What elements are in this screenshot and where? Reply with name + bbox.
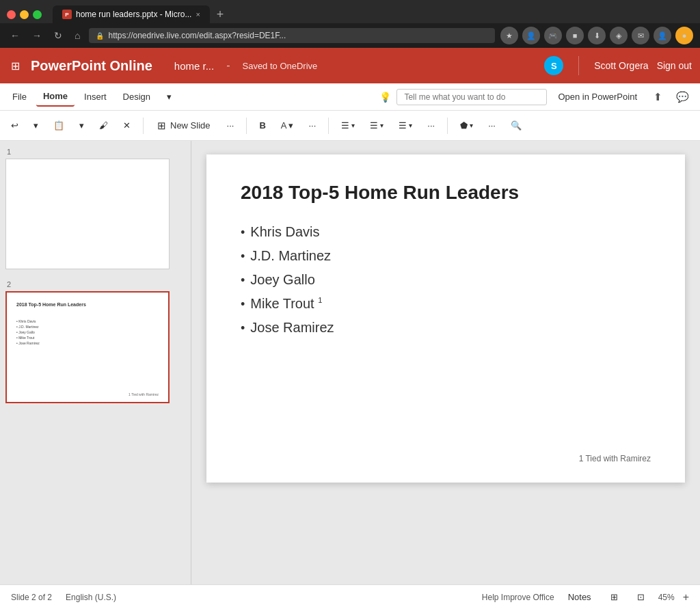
bullet-2: • xyxy=(241,249,245,264)
tab-bar: P home run leaders.pptx - Micro... × + xyxy=(0,0,700,23)
toolbar: ↩ ▾ 📋 ▾ 🖌 ✕ ⊞ New Slide ··· B A ▾ ··· ☰▾… xyxy=(0,111,700,141)
search-button[interactable]: 🔍 xyxy=(505,118,527,133)
align-button[interactable]: ☰▾ xyxy=(393,118,418,133)
sign-out-button[interactable]: Sign out xyxy=(657,60,692,71)
list-item-2: • J.D. Martinez xyxy=(241,248,651,264)
extension-4-icon[interactable]: ⬇ xyxy=(588,27,606,44)
slide-panel: 1 2 2018 Top-5 Home Run Leaders • Khris … xyxy=(0,141,191,584)
slide-entry-1[interactable]: 1 xyxy=(5,148,185,269)
font-color-more-button[interactable]: ··· xyxy=(303,118,321,133)
zoom-in-button[interactable]: + xyxy=(683,591,689,604)
clipboard-dropdown-button[interactable]: ▾ xyxy=(74,118,90,133)
undo-button[interactable]: ↩ xyxy=(5,118,24,133)
extension-2-icon[interactable]: 🎮 xyxy=(544,27,562,44)
slide-list: • Khris Davis • J.D. Martinez • Joey Gal… xyxy=(241,224,651,336)
comment-icon[interactable]: 💬 xyxy=(671,87,695,107)
extension-1-icon[interactable]: 👤 xyxy=(522,27,540,44)
url-box[interactable]: 🔒 https://onedrive.live.com/edit.aspx?re… xyxy=(89,28,495,43)
slide-thumbnail-1[interactable] xyxy=(5,159,170,269)
toolbar-separator-2 xyxy=(246,118,247,134)
status-bar: Slide 2 of 2 English (U.S.) Help Improve… xyxy=(0,584,700,609)
undo-dropdown-button[interactable]: ▾ xyxy=(28,118,44,133)
doc-title: home r... xyxy=(174,60,214,72)
menu-design-dropdown[interactable]: ▾ xyxy=(160,87,178,106)
status-right: Help Improve Office Notes ⊞ ⊡ 45% + xyxy=(482,589,689,605)
back-button[interactable]: ← xyxy=(7,29,23,42)
new-slide-button[interactable]: ⊞ New Slide xyxy=(150,117,217,135)
menu-bar: File Home Insert Design ▾ 💡 Open in Powe… xyxy=(0,83,700,111)
notes-button[interactable]: Notes xyxy=(563,589,597,605)
minimize-window-button[interactable] xyxy=(20,10,29,19)
profile-icon[interactable]: ● xyxy=(675,27,693,44)
slide-canvas[interactable]: 2018 Top-5 Home Run Leaders • Khris Davi… xyxy=(206,154,685,483)
new-slide-icon: ⊞ xyxy=(157,120,166,132)
active-tab[interactable]: P home run leaders.pptx - Micro... × xyxy=(53,5,210,23)
list-item-5: • Jose Ramirez xyxy=(241,320,651,336)
menu-design[interactable]: Design xyxy=(116,87,157,106)
clipboard-button[interactable]: 📋 xyxy=(48,118,70,133)
font-color-button[interactable]: A ▾ xyxy=(275,118,299,133)
extension-5-icon[interactable]: ◈ xyxy=(610,27,628,44)
tab-close-button[interactable]: × xyxy=(196,10,200,18)
align-more-button[interactable]: ··· xyxy=(422,118,440,133)
menu-file[interactable]: File xyxy=(5,87,33,106)
address-bar: ← → ↻ ⌂ 🔒 https://onedrive.live.com/edit… xyxy=(0,23,700,48)
bold-button[interactable]: B xyxy=(254,118,271,133)
bullet-3: • xyxy=(241,273,245,288)
waffle-icon[interactable]: ⊞ xyxy=(8,57,23,75)
toolbar-separator-4 xyxy=(447,118,448,134)
help-improve-label: Help Improve Office xyxy=(482,593,554,602)
doc-separator: - xyxy=(226,59,230,72)
save-status: Saved to OneDrive xyxy=(242,61,317,71)
numbered-list-button[interactable]: ☰▾ xyxy=(364,118,389,133)
extension-6-icon[interactable]: ✉ xyxy=(632,27,649,44)
refresh-button[interactable]: ↻ xyxy=(51,29,66,42)
maximize-window-button[interactable] xyxy=(33,10,42,19)
open-in-powerpoint-button[interactable]: Open in PowerPoint xyxy=(550,88,645,105)
user-avatar-icon[interactable]: 👤 xyxy=(654,27,671,44)
thumb-list-2: • Khris Davis • J.D. Martinez • Joey Gal… xyxy=(16,319,40,346)
format-painter-button[interactable]: 🖌 xyxy=(94,118,113,133)
shapes-more-button[interactable]: ··· xyxy=(483,118,501,133)
bullet-list-button[interactable]: ☰▾ xyxy=(336,118,360,133)
shapes-button[interactable]: ⬟▾ xyxy=(455,118,479,133)
slide-info: Slide 2 of 2 xyxy=(11,593,52,602)
list-item-4: • Mike Trout 1 xyxy=(241,296,651,312)
home-button[interactable]: ⌂ xyxy=(71,29,83,42)
new-tab-button[interactable]: + xyxy=(213,8,228,22)
url-text: https://onedrive.live.com/edit.aspx?resi… xyxy=(108,31,286,40)
tell-me-input[interactable] xyxy=(396,89,547,105)
list-item-text-3: Joey Gallo xyxy=(250,272,315,288)
extension-3-icon[interactable]: ■ xyxy=(566,27,584,44)
slide-view-button[interactable]: ⊞ xyxy=(605,589,623,605)
header-divider xyxy=(578,56,579,75)
app-header: ⊞ PowerPoint Online home r... - Saved to… xyxy=(0,48,700,83)
new-slide-more-button[interactable]: ··· xyxy=(221,118,240,133)
slide-entry-2[interactable]: 2 2018 Top-5 Home Run Leaders • Khris Da… xyxy=(5,280,185,403)
fit-slide-button[interactable]: ⊡ xyxy=(632,589,650,605)
slide-thumbnail-2[interactable]: 2018 Top-5 Home Run Leaders • Khris Davi… xyxy=(5,291,170,403)
tab-title: home run leaders.pptx - Micro... xyxy=(76,10,191,19)
list-item-text-5: Jose Ramirez xyxy=(250,320,334,336)
list-item-1: • Khris Davis xyxy=(241,224,651,240)
bullet-5: • xyxy=(241,321,245,336)
thumb-footnote-2: 1 Tied with Ramirez xyxy=(129,392,159,396)
tab-favicon: P xyxy=(62,10,72,19)
delete-button[interactable]: ✕ xyxy=(118,118,136,133)
font-color-dropdown[interactable]: ▾ xyxy=(288,120,293,131)
bookmark-icon[interactable]: ★ xyxy=(500,27,518,44)
close-window-button[interactable] xyxy=(7,10,16,19)
forward-button[interactable]: → xyxy=(29,29,45,42)
main-content: 1 2 2018 Top-5 Home Run Leaders • Khris … xyxy=(0,141,700,584)
menu-home[interactable]: Home xyxy=(36,87,75,107)
app-name: PowerPoint Online xyxy=(31,58,152,74)
user-name: Scott Orgera xyxy=(594,60,648,71)
skype-icon[interactable]: S xyxy=(544,56,563,75)
thumb-title-2: 2018 Top-5 Home Run Leaders xyxy=(16,302,86,307)
menu-insert[interactable]: Insert xyxy=(77,87,113,106)
share-icon[interactable]: ⬆ xyxy=(648,87,668,107)
zoom-level: 45% xyxy=(658,593,675,602)
slide-thumb-content-2: 2018 Top-5 Home Run Leaders • Khris Davi… xyxy=(7,293,168,402)
slide-title: 2018 Top-5 Home Run Leaders xyxy=(241,182,651,204)
slide-number-2: 2 xyxy=(5,280,185,288)
